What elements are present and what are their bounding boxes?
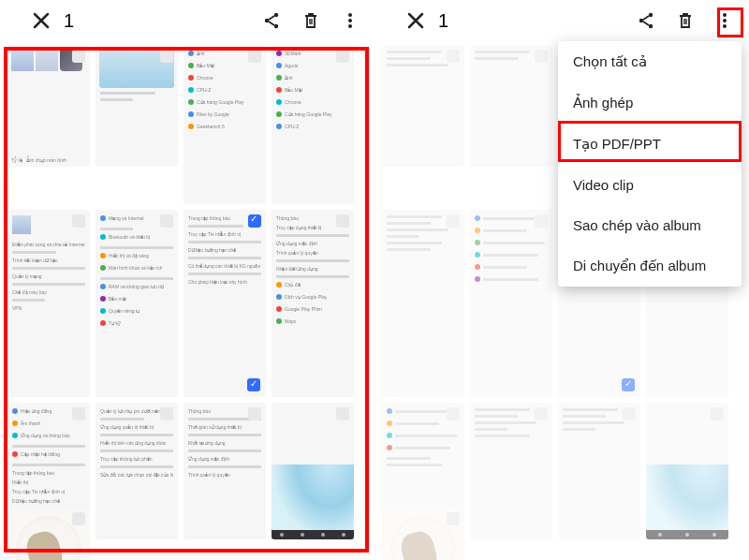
more-icon[interactable] — [339, 9, 361, 32]
selection-count: 1 — [64, 10, 74, 32]
share-icon[interactable] — [260, 9, 283, 32]
left-panel: 1 Tỷ lệ Ảnh chụp màn hình — [0, 0, 374, 560]
menu-item-create-pdf-ppt[interactable]: Tạo PDF/PPT — [558, 124, 742, 165]
settings-row: Ứng dụng mặc định — [188, 456, 261, 462]
more-icon[interactable] — [713, 9, 736, 32]
app-row: Ảnh — [197, 51, 205, 56]
settings-row: Quản lý mạng — [12, 273, 85, 279]
thumbnail[interactable]: Thông báo Thời gian sử dụng thiết bị Khở… — [184, 403, 266, 539]
svg-point-7 — [639, 19, 643, 22]
settings-row: Tự kỹ — [109, 320, 121, 326]
svg-point-11 — [723, 24, 727, 28]
settings-row: Truy cập Tin nhắn định vị — [188, 231, 261, 237]
svg-point-10 — [723, 19, 727, 22]
settings-row: Hiệu ứng đồng — [21, 408, 51, 414]
settings-row: Khởi lại ứng dụng — [188, 440, 261, 446]
settings-row: Ứng dụng quản trị thiết bị — [100, 424, 173, 430]
settings-row: Dữ liệu hướng hạn chế — [12, 498, 85, 504]
settings-row: Sửa đổi các lựa chọn cài đặt của hệ thốn… — [100, 472, 173, 478]
svg-point-5 — [348, 24, 352, 28]
thumbnail[interactable]: 3DMark Agoda Ảnh Bảo Mật Chrome Cửa hàng… — [272, 45, 354, 204]
svg-point-9 — [723, 13, 727, 17]
settings-row: Điểm phát sóng và chia sẻ Internet — [12, 242, 85, 247]
app-row: Bảo Mật — [197, 63, 214, 68]
settings-row: Hiển thị và độ sáng — [109, 253, 149, 258]
settings-row: Cập nhật hệ thống — [21, 451, 60, 457]
app-row: Bảo Mật — [285, 87, 302, 93]
settings-row: Ứng dụng mặc định — [276, 241, 349, 246]
app-row: Chrome — [285, 99, 301, 105]
app-row: Cửa hàng Google Play — [285, 111, 332, 117]
settings-row: Chế độ máy bay — [12, 289, 85, 295]
settings-row: Chủ đề — [285, 282, 301, 287]
thumbnail[interactable]: Thông báo Truy cập dụng thiết bị Ứng dụn… — [272, 210, 354, 397]
selection-count: 1 — [438, 10, 448, 32]
menu-item-video-clip[interactable]: Video clip — [558, 165, 742, 205]
svg-point-4 — [348, 19, 352, 22]
settings-row: Thời gian sử dụng thiết bị — [188, 424, 261, 430]
app-row: 3DMark — [285, 51, 301, 56]
svg-point-0 — [274, 13, 278, 17]
menu-item-select-all[interactable]: Chọn tất cả — [558, 41, 742, 82]
close-icon[interactable] — [404, 9, 427, 32]
svg-point-6 — [649, 13, 653, 17]
settings-row: Truy cập không lưu phần — [100, 456, 173, 462]
settings-row: Bluetooth và thiết bị — [109, 234, 150, 240]
thumbnail[interactable] — [272, 403, 354, 539]
menu-item-move-to-album[interactable]: Di chuyển đến album — [558, 245, 742, 287]
thumb-label: Ảnh chụp màn hình — [26, 157, 66, 163]
settings-row: VPN — [12, 305, 85, 311]
settings-row: Nhận biết ứng dụng — [276, 266, 349, 272]
thumbnail[interactable]: Trung tập thông báo Truy cập Tin nhắn đị… — [184, 210, 266, 397]
settings-row: Màn hình khóa và tiện ích — [109, 265, 162, 271]
settings-row: Hiển thị bên các ứng dụng khác — [100, 440, 173, 446]
thumb-label: Tỷ lệ — [11, 157, 22, 163]
settings-row: Trình quản lý quyền — [276, 250, 349, 256]
app-row: Files by Google — [197, 111, 229, 117]
app-row: Cửa hàng Google Play — [197, 99, 244, 105]
thumbnail[interactable] — [7, 508, 90, 560]
settings-row: Có thể dụng các thiết bị KG nguồn — [188, 263, 261, 269]
thumbnail[interactable]: Điểm phát sóng và chia sẻ Internet Trình… — [7, 210, 90, 397]
settings-row: Trình quản lý quyền — [188, 472, 261, 478]
menu-item-collage[interactable]: Ảnh ghép — [558, 82, 742, 124]
app-row: Agoda — [285, 63, 298, 68]
app-row: Chrome — [197, 75, 213, 81]
right-panel: 1 ✓ Chọn tất cả Ảnh ghép Tạo PDF/PPT Vid — [374, 0, 749, 560]
app-row: Geekbench 5 — [197, 124, 225, 129]
svg-point-3 — [348, 13, 352, 17]
app-row: CPU-Z — [197, 87, 211, 93]
settings-row: Mạng và Internet — [109, 215, 144, 221]
trash-icon[interactable] — [300, 9, 322, 32]
settings-row: Trung tập thông báo — [12, 470, 85, 476]
settings-row: Dữ liệu hướng hạn chế — [188, 247, 261, 253]
settings-row: Maps — [285, 318, 296, 324]
settings-row: RAM và không gian lưu trữ — [109, 284, 164, 289]
app-row: CPU-Z — [285, 124, 299, 129]
settings-row: Truy cập Tin nhắn định vị — [12, 489, 85, 494]
trash-icon[interactable] — [674, 9, 697, 32]
thumbnail[interactable]: Quản lý lưu thụ pin dưới nền Ứng dụng qu… — [95, 403, 178, 539]
settings-row: Hiển thị — [12, 479, 85, 485]
share-icon[interactable] — [635, 9, 657, 32]
settings-row: Ứng dụng và thông báo — [21, 433, 70, 438]
topbar-right: 1 — [374, 0, 749, 41]
menu-item-copy-to-album[interactable]: Sao chép vào album — [558, 205, 742, 245]
settings-row: Trình tiết kiệm dữ liệu — [12, 258, 85, 263]
settings-row: Cho phép hiện loại này hình — [188, 279, 261, 285]
close-icon[interactable] — [30, 9, 52, 32]
settings-row: Âm thanh — [21, 420, 40, 426]
settings-row: Bảo mật — [109, 296, 126, 302]
topbar-left: 1 — [0, 0, 374, 41]
app-row: Ảnh — [285, 75, 293, 81]
svg-point-1 — [265, 19, 269, 22]
thumbnail[interactable] — [95, 45, 178, 167]
more-menu: Chọn tất cả Ảnh ghép Tạo PDF/PPT Video c… — [558, 41, 742, 287]
thumbnail[interactable]: Mạng và Internet Bluetooth và thiết bị H… — [95, 210, 178, 397]
svg-point-8 — [649, 24, 653, 28]
thumbnail[interactable]: Tỷ lệ Ảnh chụp màn hình — [7, 45, 90, 167]
svg-point-2 — [274, 24, 278, 28]
settings-row: Google Play Phim — [285, 306, 322, 312]
thumbnail-grid-left: Tỷ lệ Ảnh chụp màn hình Ảnh Bảo Mật Chro… — [0, 41, 374, 560]
thumbnail[interactable]: Ảnh Bảo Mật Chrome CPU-Z Cửa hàng Google… — [184, 45, 266, 204]
